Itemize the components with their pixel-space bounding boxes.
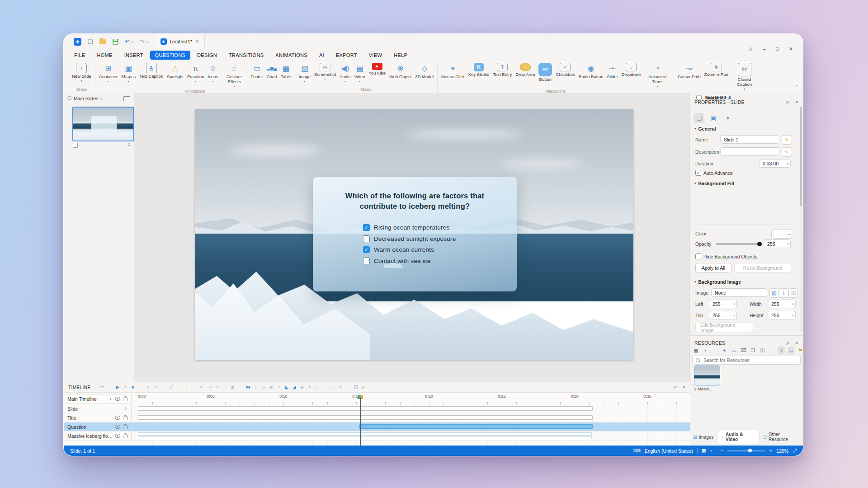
opacity-slider[interactable] — [716, 244, 760, 244]
timeline-bar[interactable] — [359, 424, 593, 429]
menu-home[interactable]: HOME — [92, 51, 117, 60]
undo-caret-icon[interactable]: ▾ — [132, 40, 133, 43]
record-narration-button[interactable]: ♪ — [146, 385, 151, 389]
track-question[interactable]: Question ◊ — [64, 422, 690, 432]
playhead-line[interactable] — [360, 398, 361, 446]
tab-images[interactable]: ▧ Images — [690, 430, 717, 444]
auto-advance-checkbox[interactable]: ✓ — [695, 170, 701, 176]
closed-caption-track-icon[interactable]: ⬭ — [330, 385, 335, 389]
other-filter-icon[interactable]: ⚑ — [797, 347, 803, 354]
insert-time-icon[interactable]: ⧈ — [230, 385, 235, 389]
text-entry-button[interactable]: T Text Entry ▾ — [491, 62, 514, 78]
playback-speed-icon[interactable]: ◷ — [261, 385, 266, 389]
menu-view[interactable]: VIEW — [364, 51, 387, 60]
main-timeline-selector[interactable]: Main Timeline ▾ — [64, 394, 132, 404]
fit-timeline-icon[interactable]: ⤢ — [169, 385, 174, 389]
stop-button[interactable]: ■ — [130, 385, 135, 389]
button-button[interactable]: ABC Button ▾ — [537, 62, 554, 83]
fade-out-icon[interactable]: ◢ — [292, 385, 297, 389]
animated-timer-button[interactable]: ◔ Animated Timer ▾ — [643, 62, 672, 89]
new-document-icon[interactable]: ❏ — [88, 39, 93, 45]
snap-end-icon[interactable]: ⇥ — [207, 385, 212, 389]
closed-caption-button[interactable]: CC Closed Caption ▾ — [730, 62, 759, 91]
left-stepper[interactable]: 255 ▴▾ — [709, 300, 737, 308]
zoom-slider-handle[interactable] — [748, 449, 752, 452]
snap-start-icon[interactable]: ⇤ — [199, 385, 204, 389]
undo-icon[interactable]: ↶ — [125, 39, 130, 45]
close-panel-icon[interactable]: ✕ — [682, 385, 685, 389]
3d-model-button[interactable]: ◇ 3D Model ▾ — [413, 62, 435, 80]
youtube-button[interactable]: ▶ YouTube ▾ — [367, 62, 387, 76]
track-label[interactable]: Title — [67, 415, 115, 421]
loop-icon[interactable]: ▭ — [99, 385, 104, 389]
search-input[interactable] — [703, 357, 797, 363]
menu-design[interactable]: DESIGN — [192, 51, 222, 60]
drop-area-button[interactable]: + Drop Area ▾ — [514, 62, 537, 78]
background-image-section-header[interactable]: ▾ Background Image — [694, 279, 741, 285]
track-label[interactable]: Question — [67, 424, 115, 430]
play-button[interactable]: ▶ — [115, 385, 120, 389]
lock-icon[interactable] — [123, 435, 127, 438]
opacity-stepper[interactable]: 255 ▴▾ — [764, 239, 791, 248]
width-stepper[interactable]: 255 ▴▾ — [768, 300, 796, 308]
export-resource-icon[interactable]: ❐ — [750, 347, 756, 354]
footer-button[interactable]: ▭ Footer ▾ — [249, 62, 264, 80]
split-view-icon[interactable]: ◫ — [353, 385, 358, 389]
close-panel-icon[interactable]: ✕ — [795, 341, 798, 345]
duration-stepper[interactable]: 0:03:00 ▴▾ — [759, 159, 791, 168]
timeline-bar[interactable] — [138, 415, 593, 420]
image-field[interactable] — [711, 288, 767, 297]
menu-help[interactable]: HELP — [389, 51, 412, 60]
table-button[interactable]: ▦ Table ▾ — [279, 62, 293, 80]
resource-info-icon[interactable]: ⓘ — [759, 346, 766, 355]
web-object-button[interactable]: ⊕ Web Object ▾ — [387, 62, 413, 80]
eye-icon[interactable] — [115, 416, 120, 420]
track-massive[interactable]: Massive iceberg floating... ◊ — [64, 432, 690, 441]
properties-scrollbar-thumb[interactable] — [800, 107, 802, 206]
document-tab-close-icon[interactable]: ✕ — [195, 39, 199, 44]
document-tab[interactable]: ◉ Untitled1* ✕ — [155, 34, 205, 49]
slider-button[interactable]: ● Slider ▾ — [605, 62, 620, 80]
delete-range-icon[interactable]: ⌶ — [253, 385, 258, 389]
video-button[interactable]: ▤ Video ▾ — [352, 62, 367, 84]
open-folder-icon[interactable] — [99, 39, 106, 44]
track-title[interactable]: Title ◊ — [64, 413, 690, 422]
select-resources-icon[interactable]: ⚏ — [731, 347, 737, 354]
resources-search[interactable] — [692, 356, 801, 365]
resource-tool-icon[interactable] — [769, 349, 775, 351]
collapse-ribbon-icon[interactable]: ⌃ — [795, 84, 798, 89]
add-resource-icon[interactable]: + — [721, 347, 728, 354]
audio-filter-toggle[interactable]: ♪ — [778, 347, 785, 354]
fit-to-window-icon[interactable]: ⤢ — [793, 448, 797, 453]
cursor-path-button[interactable]: ↝ Cursor Path ▾ — [676, 62, 703, 80]
slide-thumbnail[interactable] — [72, 107, 134, 141]
delete-resource-icon[interactable]: ⌧ — [740, 347, 747, 354]
spotlight-button[interactable]: △ Spotlight ▾ — [165, 62, 185, 80]
apply-to-all-button[interactable]: Apply to All — [695, 263, 731, 272]
opacity-slider-handle[interactable] — [757, 242, 762, 246]
general-section-header[interactable]: ▾ General — [694, 126, 716, 131]
new-slide-button[interactable]: + New Slide ▾ — [70, 62, 93, 83]
icons-button[interactable]: ☺ Icons ▾ — [206, 62, 220, 84]
fill-radio-option[interactable]: Image Fill — [696, 93, 803, 102]
eye-icon[interactable] — [115, 397, 120, 401]
option-checkbox[interactable] — [363, 258, 370, 264]
audio-volume-icon[interactable]: ◀) — [269, 385, 274, 389]
view-mode-caret[interactable]: ▾ — [702, 348, 709, 353]
menu-animations[interactable]: ANIMATIONS — [270, 51, 312, 60]
description-field[interactable] — [720, 147, 779, 156]
checkbox-button[interactable]: ✓ Checkbox ▾ — [554, 62, 576, 78]
track-label[interactable]: Massive iceberg floating... — [67, 433, 115, 439]
audio-button[interactable]: ◀) Audio ▾ — [338, 62, 352, 84]
key-stroke-button[interactable]: K Key Stroke ▾ — [467, 62, 491, 78]
tab-size-properties[interactable]: ▣ — [708, 113, 719, 123]
zoom-in-icon[interactable]: + — [769, 448, 772, 453]
split-icon[interactable]: ✂ — [215, 385, 220, 389]
container-button[interactable]: ⊞ Container ▾ — [97, 62, 119, 84]
chart-button[interactable]: ▂▆▄ Chart ▾ — [265, 62, 279, 80]
question-card[interactable]: Which of the following are factors that … — [313, 177, 517, 291]
menu-file[interactable]: FILE — [69, 51, 90, 60]
option-checkbox[interactable]: ✓ — [363, 224, 370, 231]
question-option[interactable]: ✓ Rising ocean temperatures — [363, 224, 456, 231]
option-checkbox[interactable] — [363, 235, 370, 242]
